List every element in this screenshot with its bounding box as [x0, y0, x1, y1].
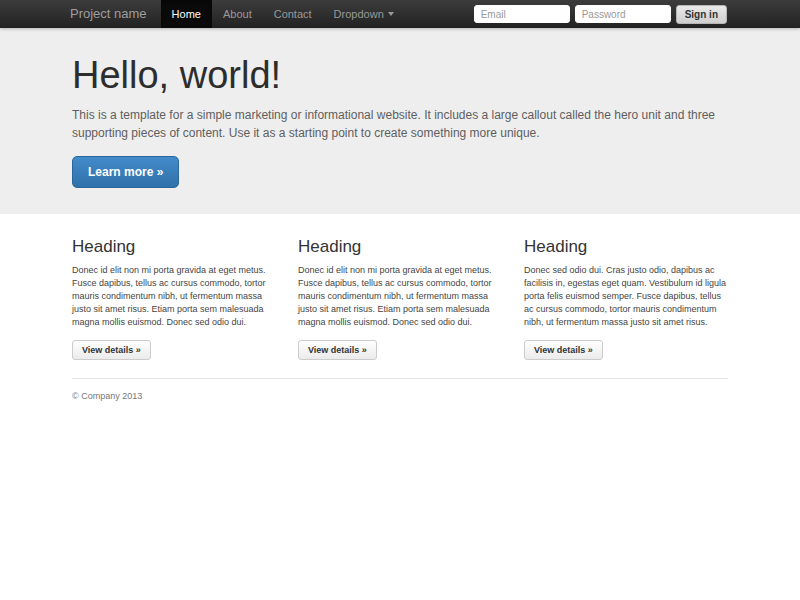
view-details-button-1[interactable]: View details »	[72, 340, 151, 360]
column-heading: Heading	[298, 237, 502, 257]
copyright-text: © Company 2013	[72, 391, 728, 401]
footer-divider	[72, 378, 728, 379]
nav-item-dropdown[interactable]: Dropdown	[323, 0, 405, 28]
hero-unit: Hello, world! This is a template for a s…	[0, 28, 800, 214]
nav-item-contact[interactable]: Contact	[263, 0, 323, 28]
main-content: Heading Donec id elit non mi porta gravi…	[72, 237, 728, 401]
content-column-1: Heading Donec id elit non mi porta gravi…	[72, 237, 276, 360]
navbar: Project name Home About Contact Dropdown…	[0, 0, 800, 28]
brand-link[interactable]: Project name	[70, 0, 147, 28]
content-column-3: Heading Donec sed odio dui. Cras justo o…	[524, 237, 728, 360]
view-details-button-2[interactable]: View details »	[298, 340, 377, 360]
column-text: Donec sed odio dui. Cras justo odio, dap…	[524, 264, 728, 329]
chevron-down-icon	[388, 12, 394, 16]
main-nav: Home About Contact Dropdown	[161, 0, 405, 28]
signin-button[interactable]: Sign in	[676, 5, 727, 24]
password-field[interactable]	[575, 5, 671, 23]
nav-item-about[interactable]: About	[212, 0, 263, 28]
hero-title: Hello, world!	[72, 55, 728, 97]
hero-text: This is a template for a simple marketin…	[72, 106, 728, 143]
nav-item-home[interactable]: Home	[161, 0, 212, 28]
email-field[interactable]	[474, 5, 570, 23]
column-heading: Heading	[524, 237, 728, 257]
nav-item-dropdown-label: Dropdown	[334, 0, 384, 28]
content-columns: Heading Donec id elit non mi porta gravi…	[72, 237, 728, 360]
content-column-2: Heading Donec id elit non mi porta gravi…	[298, 237, 502, 360]
view-details-button-3[interactable]: View details »	[524, 340, 603, 360]
column-text: Donec id elit non mi porta gravida at eg…	[72, 264, 276, 329]
footer: © Company 2013	[72, 391, 728, 401]
signin-form: Sign in	[474, 0, 800, 28]
column-heading: Heading	[72, 237, 276, 257]
column-text: Donec id elit non mi porta gravida at eg…	[298, 264, 502, 329]
learn-more-button[interactable]: Learn more »	[72, 156, 179, 188]
